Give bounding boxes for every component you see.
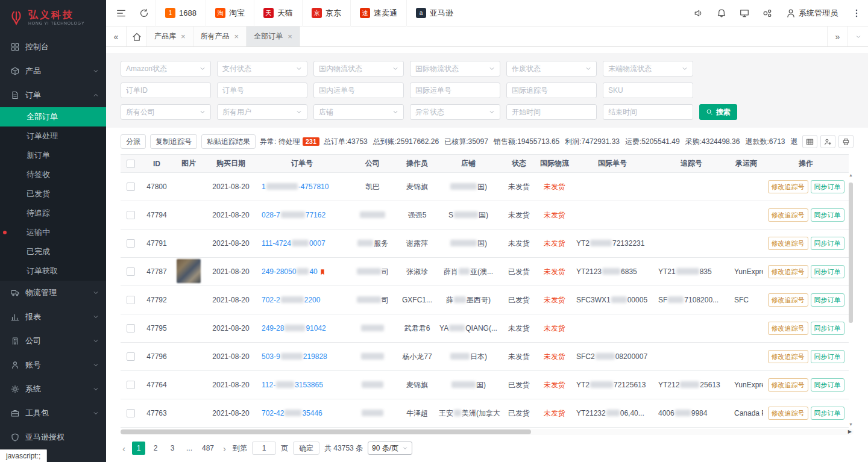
filter-select-row1-2[interactable]: 国内物流状态	[313, 61, 404, 76]
sync-order-button[interactable]: 同步订单	[811, 322, 844, 335]
edit-tracking-button[interactable]: 修改追踪号	[768, 180, 808, 193]
order-number-link[interactable]: 112-3153865	[262, 381, 323, 389]
share-button[interactable]	[756, 0, 779, 27]
row-checkbox[interactable]	[127, 239, 135, 248]
close-icon[interactable]: ×	[288, 32, 292, 41]
sync-order-button[interactable]: 同步订单	[811, 350, 844, 363]
select-all-checkbox[interactable]	[127, 160, 135, 168]
sidebar-item-2[interactable]: 订单	[0, 83, 106, 107]
mute-button[interactable]	[687, 0, 710, 27]
close-icon[interactable]: ×	[234, 32, 239, 41]
order-number-link[interactable]: 1-4757810	[262, 183, 329, 191]
page-size-select[interactable]: 90 条/页	[368, 442, 412, 455]
goto-confirm-button[interactable]: 确定	[293, 442, 319, 455]
sync-order-button[interactable]: 同步订单	[811, 208, 844, 222]
prev-page-button[interactable]: ‹	[121, 443, 127, 454]
tab-1[interactable]: 所有产品×	[193, 27, 247, 46]
close-icon[interactable]: ×	[181, 32, 186, 41]
filter-input-3[interactable]	[410, 83, 500, 98]
filter-input-1[interactable]	[217, 83, 307, 98]
tab-2[interactable]: 全部订单×	[247, 27, 300, 46]
filter-input-2[interactable]	[313, 83, 404, 98]
paste-tracking-result-button[interactable]: 粘贴追踪结果	[201, 134, 256, 149]
sidebar-subitem-4[interactable]: 已发货	[0, 184, 106, 204]
tabs-menu-button[interactable]	[848, 27, 868, 46]
sidebar-item-1[interactable]: 产品	[0, 59, 106, 83]
edit-tracking-button[interactable]: 修改追踪号	[768, 407, 808, 420]
order-number-link[interactable]: 702-4235446	[262, 409, 322, 417]
scroll-right-icon[interactable]: ▶	[848, 429, 852, 435]
platform-tab-2[interactable]: 天天猫	[254, 0, 302, 27]
filter-input-0[interactable]	[121, 83, 211, 98]
copy-tracking-button[interactable]: 复制追踪号	[150, 134, 197, 149]
page-number-487[interactable]: 487	[200, 442, 216, 455]
row-checkbox[interactable]	[127, 211, 135, 219]
edit-tracking-button[interactable]: 修改追踪号	[768, 350, 808, 363]
edit-tracking-button[interactable]: 修改追踪号	[768, 293, 808, 307]
sidebar-item-3[interactable]: 物流管理	[0, 281, 106, 305]
row-checkbox[interactable]	[127, 409, 135, 417]
end-date-input[interactable]	[603, 104, 693, 120]
page-number-1[interactable]: 1	[132, 442, 145, 455]
sidebar-subitem-2[interactable]: 新订单	[0, 146, 106, 165]
sidebar-subitem-1[interactable]: 订单处理	[0, 126, 106, 146]
sidebar-item-6[interactable]: 账号	[0, 353, 106, 377]
scroll-up-icon[interactable]: ▲	[849, 173, 853, 177]
refresh-button[interactable]	[133, 0, 156, 27]
sidebar-item-4[interactable]: 报表	[0, 305, 106, 329]
filter-select-row1-0[interactable]: Amazon状态	[121, 61, 211, 76]
page-number-2[interactable]: 2	[149, 442, 162, 455]
order-number-link[interactable]: 503-9219828	[262, 352, 327, 361]
edit-tracking-button[interactable]: 修改追踪号	[768, 322, 808, 335]
row-checkbox[interactable]	[127, 352, 135, 361]
order-number-link[interactable]: 249-2805040	[262, 267, 318, 276]
platform-tab-3[interactable]: 京京东	[302, 0, 350, 27]
sidebar-subitem-3[interactable]: 待签收	[0, 165, 106, 184]
filter-select-row3-1[interactable]: 所有用户	[217, 104, 307, 120]
row-checkbox[interactable]	[127, 296, 135, 304]
sync-order-button[interactable]: 同步订单	[811, 265, 844, 278]
sidebar-subitem-0[interactable]: 全部订单	[0, 107, 106, 126]
filter-select-row1-4[interactable]: 作废状态	[506, 61, 597, 76]
product-image[interactable]	[177, 259, 201, 283]
sidebar-subitem-5[interactable]: 待追踪	[0, 204, 106, 223]
start-date-input[interactable]	[506, 104, 597, 120]
exception-count-badge[interactable]: 231	[303, 137, 319, 146]
export-button[interactable]	[820, 135, 835, 148]
order-number-link[interactable]: 028-777162	[262, 211, 326, 219]
column-settings-button[interactable]	[802, 135, 817, 148]
platform-tab-1[interactable]: 淘淘宝	[206, 0, 254, 27]
horizontal-scroll-thumb[interactable]	[121, 429, 531, 434]
edit-tracking-button[interactable]: 修改追踪号	[768, 265, 808, 278]
scroll-down-icon[interactable]: ▼	[849, 422, 853, 426]
sidebar-item-0[interactable]: 控制台	[0, 35, 106, 59]
filter-input-4[interactable]	[506, 83, 597, 98]
sidebar-item-9[interactable]: 亚马逊授权	[0, 425, 106, 449]
sidebar-item-8[interactable]: 工具包	[0, 401, 106, 425]
filter-input-5[interactable]	[603, 83, 693, 98]
collapse-menu-button[interactable]	[110, 0, 133, 27]
vertical-scrollbar[interactable]: ▲ ▼	[848, 173, 854, 428]
row-checkbox[interactable]	[127, 183, 135, 191]
sidebar-item-7[interactable]: 系统	[0, 377, 106, 401]
sync-order-button[interactable]: 同步订单	[811, 378, 844, 392]
vertical-scroll-thumb[interactable]	[849, 183, 853, 323]
page-number-3[interactable]: 3	[166, 442, 179, 455]
order-number-link[interactable]: 249-2891042	[262, 324, 326, 332]
filter-select-row3-3[interactable]: 异常状态	[410, 104, 500, 120]
monitor-button[interactable]	[733, 0, 756, 27]
tab-0[interactable]: 产品库×	[147, 27, 193, 46]
order-number-link[interactable]: 111-47240007	[262, 239, 326, 248]
edit-tracking-button[interactable]: 修改追踪号	[768, 208, 808, 222]
filter-select-row3-2[interactable]: 店铺	[313, 104, 404, 120]
filter-select-row1-1[interactable]: 支付状态	[217, 61, 307, 76]
row-checkbox[interactable]	[127, 267, 135, 276]
row-checkbox[interactable]	[127, 324, 135, 332]
horizontal-scrollbar[interactable]: ▶	[121, 429, 854, 435]
user-menu[interactable]: 系统管理员	[779, 8, 845, 19]
sync-order-button[interactable]: 同步订单	[811, 237, 844, 250]
sidebar-item-5[interactable]: 公司	[0, 329, 106, 353]
filter-select-row1-5[interactable]: 末端物流状态	[603, 61, 693, 76]
platform-tab-5[interactable]: a亚马逊	[406, 0, 462, 27]
tabs-scroll-left-button[interactable]: «	[106, 27, 127, 46]
